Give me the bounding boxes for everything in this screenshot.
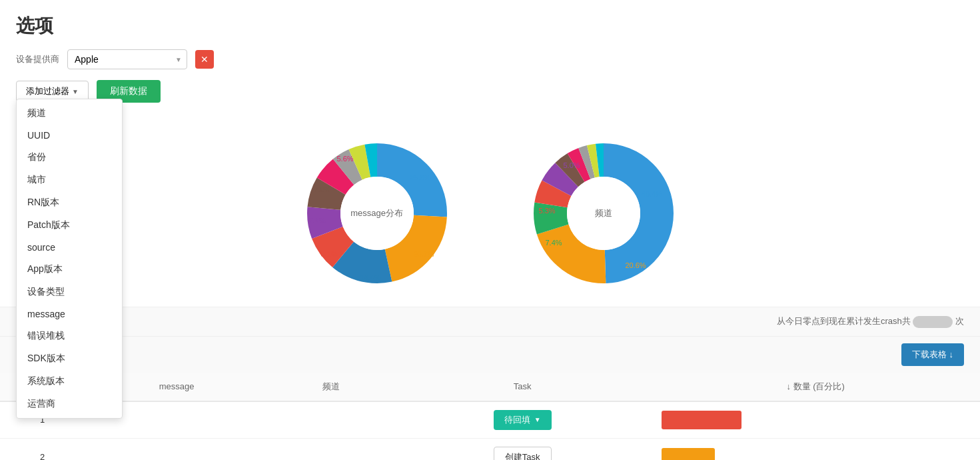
filter-row: 设备提供商 Apple ▼ ✕ (16, 49, 964, 69)
row1-count (651, 401, 980, 439)
stats-bar: crash共 次 从今日零点到现在累计发生crash共 次 (0, 307, 980, 337)
table-section: # message 频道 Task ↓ 数量 (百分比) 1 待回填 (0, 373, 980, 460)
row1-task-dropdown-arrow-icon: ▼ (534, 416, 541, 423)
clear-filter-button[interactable]: ✕ (195, 50, 214, 69)
chart1-donut: 25.8% 20.7% 14.4% 8.1% 7.4% 7.0% 5.6% me… (297, 133, 457, 293)
second-row: 添加过滤器 ▼ 刷新数据 (16, 80, 964, 113)
row1-task-button[interactable]: 待回填 ▼ (494, 410, 552, 430)
svg-text:20.6%: 20.6% (625, 261, 646, 269)
row2-num: 2 (0, 438, 85, 460)
filter-dropdown-menu: 频道 UUID 省份 城市 RN版本 Patch版本 source App版本 … (16, 99, 123, 419)
chart1-container: 25.8% 20.7% 14.4% 8.1% 7.4% 7.0% 5.6% me… (297, 133, 457, 293)
stats-right-after: 次 (955, 316, 964, 326)
filter-option-device-type[interactable]: 设备类型 (17, 281, 122, 303)
row2-bar (662, 448, 715, 460)
page-title: 选项 (16, 13, 964, 39)
device-label: 设备提供商 (16, 53, 59, 65)
charts-section: 25.8% 20.7% 14.4% 8.1% 7.4% 7.0% 5.6% me… (0, 113, 980, 307)
svg-text:49.4%: 49.4% (641, 190, 662, 198)
col-header-channel: 频道 (268, 373, 394, 401)
stats-right: 从今日零点到现在累计发生crash共 次 (777, 315, 964, 328)
device-select[interactable]: Apple (67, 49, 187, 69)
svg-text:14.4%: 14.4% (360, 273, 380, 281)
filter-option-sdk-version[interactable]: SDK版本 (17, 347, 122, 370)
row2-count (651, 438, 980, 460)
data-table: # message 频道 Task ↓ 数量 (百分比) 1 待回填 (0, 373, 980, 460)
svg-text:7.4%: 7.4% (545, 239, 562, 247)
download-label: 下载表格 ↓ (912, 349, 953, 361)
filter-option-carrier[interactable]: 运营商 (17, 393, 122, 415)
device-select-wrapper: Apple ▼ (67, 49, 187, 69)
filter-option-rn-version[interactable]: RN版本 (17, 191, 122, 214)
chart2-container: 49.4% 20.6% 7.4% 5.3% 5.0% 频道 (524, 133, 684, 293)
table-row: 1 待回填 ▼ (0, 401, 980, 439)
col-header-count: ↓ 数量 (百分比) (651, 373, 980, 401)
filter-option-city[interactable]: 城市 (17, 169, 122, 191)
stats-right-count (913, 316, 953, 328)
page: 选项 设备提供商 Apple ▼ ✕ 添加过滤器 ▼ 刷新数据 频道 UUID … (0, 0, 980, 460)
chart1-center-label: message分布 (350, 207, 403, 219)
filter-option-message[interactable]: message (17, 303, 122, 325)
svg-text:20.7%: 20.7% (413, 250, 434, 258)
filter-option-system-version[interactable]: 系统版本 (17, 370, 122, 393)
filter-option-app-version[interactable]: App版本 (17, 258, 122, 281)
row1-channel (268, 401, 394, 439)
row2-channel (268, 438, 394, 460)
chart2-donut: 49.4% 20.6% 7.4% 5.3% 5.0% 频道 (524, 133, 684, 293)
row2-task: 创建Task (394, 438, 651, 460)
table-row: 2 创建Task (0, 438, 980, 460)
svg-text:5.3%: 5.3% (538, 207, 555, 215)
svg-text:7.4%: 7.4% (308, 217, 325, 225)
top-section: 选项 设备提供商 Apple ▼ ✕ 添加过滤器 ▼ 刷新数据 频道 UUID … (0, 0, 980, 113)
svg-text:5.6%: 5.6% (336, 155, 353, 163)
svg-text:25.8%: 25.8% (410, 173, 430, 181)
svg-text:7.0%: 7.0% (314, 185, 330, 193)
row1-bar (662, 411, 741, 429)
row2-task-button[interactable]: 创建Task (494, 447, 552, 460)
svg-text:8.1%: 8.1% (320, 250, 337, 258)
filter-option-province[interactable]: 省份 (17, 146, 122, 169)
table-header-row: # message 频道 Task ↓ 数量 (百分比) (0, 373, 980, 401)
add-filter-label: 添加过滤器 (26, 85, 69, 97)
svg-text:5.0%: 5.0% (563, 161, 580, 169)
download-button[interactable]: 下载表格 ↓ (901, 343, 964, 366)
filter-option-source[interactable]: source (17, 237, 122, 258)
filter-option-uuid[interactable]: UUID (17, 125, 122, 146)
filter-option-patch-version[interactable]: Patch版本 (17, 214, 122, 237)
download-bar: 下载表格 ↓ (0, 337, 980, 373)
filter-option-channel[interactable]: 频道 (17, 102, 122, 125)
col-header-task: Task (394, 373, 651, 401)
row1-task: 待回填 ▼ (394, 401, 651, 439)
add-filter-arrow-icon: ▼ (72, 88, 79, 95)
row1-task-label: 待回填 (504, 414, 530, 426)
stats-right-before: 从今日零点到现在累计发生crash共 (777, 316, 911, 326)
chart2-center-label: 频道 (595, 207, 612, 219)
row2-message (85, 438, 268, 460)
filter-option-error-stack[interactable]: 错误堆栈 (17, 325, 122, 347)
